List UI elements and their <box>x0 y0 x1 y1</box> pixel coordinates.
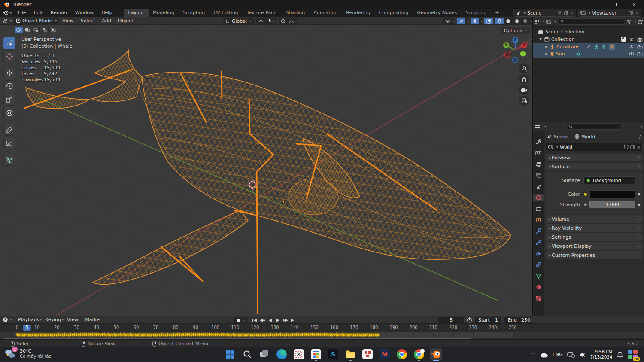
current-frame-badge[interactable]: 5 <box>23 325 31 331</box>
chrome-icon[interactable] <box>396 348 408 360</box>
new-collection-icon[interactable] <box>638 19 643 24</box>
tab-object-data[interactable] <box>533 272 544 280</box>
play-button[interactable] <box>274 317 282 323</box>
breadcrumb-world[interactable]: World <box>582 134 595 140</box>
panel-surface[interactable]: ▾Surface⠿ <box>546 163 643 170</box>
jump-to-end-button[interactable] <box>289 317 297 323</box>
previous-keyframe-button[interactable] <box>258 317 266 323</box>
tab-collection[interactable] <box>533 205 544 213</box>
language-indicator[interactable]: ENG <box>553 352 563 357</box>
tab-particles[interactable] <box>533 239 544 246</box>
pin-icon[interactable] <box>638 134 642 139</box>
task-view-button[interactable] <box>258 348 270 360</box>
armature-data-badge-icon[interactable] <box>609 44 615 50</box>
expand-icon[interactable]: ▼ <box>539 37 542 41</box>
hide-eye-icon[interactable] <box>629 52 635 56</box>
taskbar-clock[interactable]: 9:58 PM 7/13/2024 <box>590 350 612 360</box>
shading-material-button[interactable] <box>512 18 521 24</box>
outliner-row-sun[interactable]: ▶ Sun <box>533 50 644 58</box>
gizmo-negative-x[interactable] <box>505 52 510 58</box>
menu-keying[interactable]: Keying <box>42 317 64 322</box>
workspace-tab-texture-paint[interactable]: Texture Paint <box>243 9 282 17</box>
workspace-tab-animation[interactable]: Animation <box>309 9 342 17</box>
disable-render-camera-icon[interactable] <box>637 37 643 42</box>
scene-selector[interactable]: ▾ Scene × <box>513 9 576 17</box>
tool-rotate[interactable] <box>3 80 15 92</box>
proportional-edit-icon[interactable] <box>279 18 287 24</box>
play-reverse-button[interactable] <box>266 317 274 323</box>
menu-view[interactable]: View <box>64 317 82 322</box>
add-workspace-button[interactable]: + <box>491 9 503 17</box>
shading-rendered-button[interactable] <box>521 18 529 24</box>
notifications-bell-icon[interactable] <box>617 351 623 358</box>
tool-move[interactable] <box>3 67 15 79</box>
menu-add[interactable]: Add <box>98 18 114 24</box>
collection-checkbox[interactable] <box>621 37 626 42</box>
tool-cursor[interactable] <box>3 50 15 62</box>
menu-select[interactable]: Select <box>77 18 98 24</box>
use-preview-range-stopwatch-icon[interactable] <box>467 317 472 323</box>
pin-icon[interactable] <box>558 11 562 15</box>
gizmos-dropdown[interactable]: ▾ <box>457 18 468 24</box>
workspace-tab-rendering[interactable]: Rendering <box>342 9 374 17</box>
outliner-row-scene-collection[interactable]: Scene Collection <box>533 28 644 36</box>
shading-wireframe-button[interactable] <box>495 18 504 24</box>
3d-viewport[interactable]: Options▾ User Perspective (5) Collection… <box>0 25 532 316</box>
options-dropdown[interactable]: Options▾ <box>501 27 530 34</box>
network-icon[interactable] <box>567 352 575 358</box>
panel-preview[interactable]: ▸Preview⠿ <box>546 154 643 161</box>
microsoft-store-icon[interactable] <box>310 348 322 360</box>
expand-icon[interactable]: ▶ <box>545 45 548 49</box>
end-frame-field[interactable]: End250 <box>504 317 532 323</box>
workspace-tab-modeling[interactable]: Modeling <box>149 9 179 17</box>
color-swatch-field[interactable] <box>589 190 635 198</box>
workspace-tab-uv-editing[interactable]: UV Editing <box>209 9 242 17</box>
search-button[interactable] <box>241 348 253 360</box>
outliner-row-armature[interactable]: ▶ Armature <box>533 43 644 50</box>
menu-window[interactable]: Window <box>71 9 97 17</box>
camera-view-button[interactable] <box>519 85 529 95</box>
sidebar-toggle[interactable]: ‹ <box>529 41 531 46</box>
gizmo-negative-z[interactable] <box>513 58 518 63</box>
blender-taskbar-icon[interactable] <box>430 348 442 360</box>
start-button[interactable] <box>224 348 236 360</box>
properties-search[interactable] <box>566 123 621 130</box>
remote-app-icon[interactable] <box>361 348 374 360</box>
timeline-ruler[interactable]: 0102030405060708090100110120130140150160… <box>0 324 644 332</box>
panel-viewport-display[interactable]: ▸Viewport Display⠿ <box>546 242 643 250</box>
close-button[interactable]: × <box>624 0 644 9</box>
workspace-tab-sculpting[interactable]: Sculpting <box>179 9 209 17</box>
panel-settings[interactable]: ▸Settings⠿ <box>546 233 643 241</box>
menu-object[interactable]: Object <box>115 18 137 24</box>
tab-tool[interactable] <box>533 138 544 146</box>
proportional-falloff-dropdown[interactable]: ▾ <box>287 18 298 24</box>
menu-render[interactable]: Render <box>47 9 71 17</box>
channel-expand-arrow[interactable]: › <box>1 332 3 337</box>
file-explorer-icon[interactable] <box>344 348 356 360</box>
menu-playback[interactable]: Playback <box>15 317 43 322</box>
tab-render[interactable] <box>533 149 544 157</box>
minimize-button[interactable]: — <box>585 0 605 9</box>
workspace-tab-scripting[interactable]: Scripting <box>461 9 491 17</box>
viewlayer-selector[interactable]: ▾ ViewLayer × <box>578 9 641 17</box>
tab-material[interactable] <box>533 283 544 291</box>
expand-icon[interactable]: ▶ <box>545 52 548 56</box>
panel-custom-properties[interactable]: ▸Custom Properties⠿ <box>546 251 643 259</box>
tab-view-layer[interactable] <box>533 172 544 179</box>
transform-orientation-dropdown[interactable]: Global ▾ <box>223 18 254 24</box>
select-mode-extend-button[interactable] <box>24 27 31 33</box>
shading-solid-button[interactable] <box>504 18 512 24</box>
menu-file[interactable]: File <box>14 9 30 17</box>
properties-editor-icon[interactable] <box>535 124 541 129</box>
blender-menu-button[interactable]: ▾ <box>0 10 14 15</box>
zoom-button[interactable] <box>519 64 529 73</box>
auto-keying-toggle[interactable]: ▾ <box>234 317 247 324</box>
tab-world[interactable] <box>533 194 544 201</box>
surface-shader-dropdown[interactable]: Background <box>583 176 635 184</box>
tool-scale[interactable] <box>3 94 15 106</box>
onedrive-cloud-icon[interactable] <box>540 352 548 358</box>
menu-view[interactable]: View <box>59 18 77 24</box>
jump-to-start-button[interactable] <box>251 317 258 323</box>
hide-eye-icon[interactable] <box>629 37 635 41</box>
strength-slider[interactable]: 1.000 <box>589 201 635 208</box>
